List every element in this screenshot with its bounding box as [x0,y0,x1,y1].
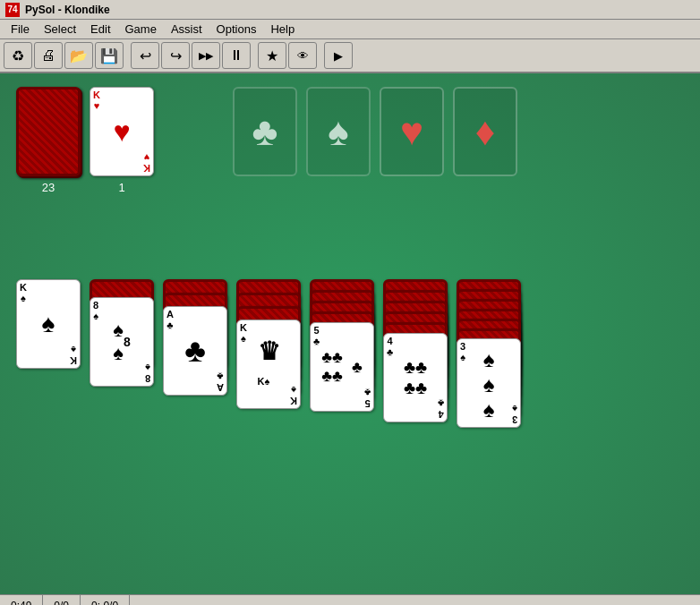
highscores-button[interactable]: ★ [258,42,286,69]
foundation-hearts[interactable]: ♥ [380,87,444,176]
timer-section: 0:49 [7,595,43,605]
waste-count: 1 [90,181,154,194]
score2-section: 0: 0/0 [81,595,130,605]
timer: 0:49 [11,600,31,606]
new-game-button[interactable]: ♻ [4,42,32,69]
score1: 0/0 [54,600,69,606]
print-button[interactable]: 🖨 [34,42,63,69]
open-button[interactable]: 📂 [64,42,93,69]
foundation-diamonds[interactable]: ♦ [453,87,517,176]
menu-edit[interactable]: Edit [83,21,117,38]
hint-button[interactable]: 👁 [288,42,317,69]
autodrop-button[interactable]: ▶▶ [192,42,220,69]
menu-file[interactable]: File [4,21,37,38]
undo-button[interactable]: ↩ [131,42,159,69]
title-bar: 74 PySol - Klondike [0,0,700,20]
menu-select[interactable]: Select [37,21,83,38]
game-area: 23 K♥ ♥ K♥ 1 ♣ ♠ ♥ ♦ K♠ ♠ K♠ 8♠ ♠♠8 8♠ [0,73,700,594]
waste-top-rank: K♥ [93,89,100,111]
menu-options[interactable]: Options [209,21,264,38]
save-button[interactable]: 💾 [95,42,124,69]
run-button[interactable]: ▶ [324,42,353,69]
toolbar: ♻ 🖨 📂 💾 ↩ ↪ ▶▶ ⏸ ★ 👁 ▶ [0,39,700,73]
menu-assist[interactable]: Assist [164,21,209,38]
foundation-spades[interactable]: ♠ [306,87,371,176]
score2: 0: 0/0 [91,600,118,606]
menu-bar: File Select Edit Game Assist Options Hel… [0,20,700,39]
menu-game[interactable]: Game [118,21,164,38]
window-title: PySol - Klondike [25,4,110,16]
redo-button[interactable]: ↪ [161,42,190,69]
foundation-clubs[interactable]: ♣ [233,87,297,176]
app-icon: 74 [5,3,20,17]
menu-help[interactable]: Help [263,21,302,38]
waste-top-suit: ♥ [93,89,150,174]
stock-count: 23 [16,181,81,194]
score1-section: 0/0 [43,595,81,605]
status-bar: 0:49 0/0 0: 0/0 [0,594,700,605]
pause-button[interactable]: ⏸ [222,42,251,69]
